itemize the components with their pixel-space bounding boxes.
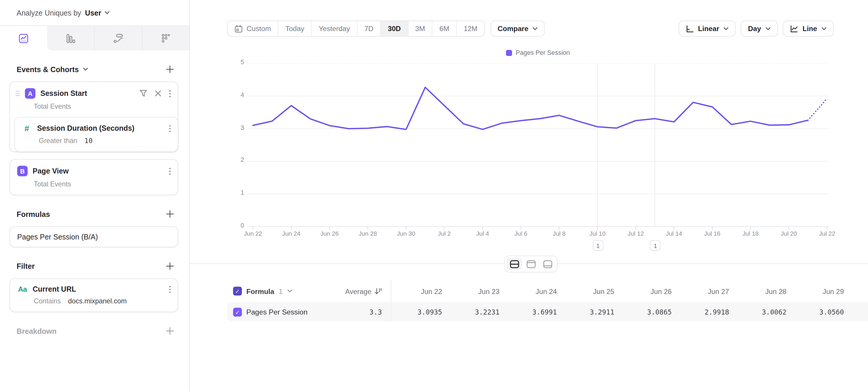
add-formula-button[interactable] [165,209,175,219]
date-column-header: Jun 29 [793,280,850,302]
remove-event-button[interactable] [155,90,161,96]
operator-label[interactable]: Greater than [39,137,77,144]
add-filter-button[interactable] [165,261,175,271]
formula-card[interactable]: Pages Per Session (B/A) [9,226,178,247]
granularity-dropdown[interactable]: Day [741,21,778,37]
x-tick-label: Jul 4 [476,230,489,237]
legend-label: Pages Per Session [516,49,570,56]
x-tick-label: Jun 30 [397,230,415,237]
y-tick-label: 4 [220,91,244,98]
property-options-button[interactable] [169,124,171,132]
event-options-button[interactable] [169,89,171,97]
tab-retention[interactable] [142,26,189,50]
event-row[interactable]: A Session Start [10,82,178,99]
chart-only-toggle[interactable] [523,258,539,270]
chart-type-dropdown[interactable]: Line [782,21,834,37]
event-letter-badge: A [25,88,35,99]
chart-legend: Pages Per Session [247,49,829,56]
table-value-cell[interactable]: 3.0062 [736,302,793,322]
funnel-icon [140,90,147,97]
split-view-toggle[interactable] [506,258,522,270]
event-letter-badge: B [17,166,28,176]
filter-card-current-url: Aa Current URL Contains docs.mixpanel.co… [9,278,178,312]
kebab-menu-icon [169,124,171,132]
x-tick-label: Jul 2 [438,230,451,237]
select-all-checkbox[interactable]: ✓ [233,287,242,296]
table-value-cell[interactable]: 2.9918 [678,302,736,322]
range-7d[interactable]: 7D [357,21,380,36]
drag-handle-icon[interactable] [16,90,20,96]
x-tick-label: Jul 16 [704,230,720,237]
filter-row[interactable]: Aa Current URL [10,279,178,293]
analyze-entity-dropdown[interactable]: User [85,8,110,17]
table-only-icon [543,260,552,268]
line-chart-plot[interactable] [247,63,829,231]
kebab-menu-icon [169,167,171,175]
range-3m[interactable]: 3M [408,21,432,36]
event-name[interactable]: Session Start [40,89,87,97]
range-today[interactable]: Today [278,21,311,36]
add-event-button[interactable] [165,64,175,74]
tab-bar-chart[interactable] [47,26,94,50]
add-breakdown-button[interactable] [165,326,175,336]
event-row[interactable]: B Page View [10,160,178,176]
chevron-down-icon[interactable] [287,289,292,292]
range-custom[interactable]: Custom [227,21,278,36]
analyze-uniques-label: Analyze Uniques by [17,8,81,17]
linear-axis-icon [686,25,693,32]
x-tick-label: Jul 22 [819,230,835,237]
table-value-cell[interactable]: 3.2911 [564,302,621,322]
value-scale-dropdown[interactable]: Linear [679,21,736,37]
event-measure[interactable]: Total Events [34,103,178,110]
annotation-badge[interactable]: 1 [593,240,603,251]
event-options-button[interactable] [169,167,171,175]
row-checkbox[interactable]: ✓ [233,307,242,316]
chevron-down-icon [765,27,770,30]
filter-value[interactable]: docs.mixpanel.com [68,297,127,305]
tab-insights[interactable] [0,26,47,50]
numeric-filter-card: # Session Duration (Seconds) Greater tha… [14,117,178,152]
filter-options-button[interactable] [169,285,171,293]
table-row-label-cell[interactable]: ✓ Pages Per Session 3.3 [227,302,392,322]
table-value-cell[interactable]: 3.0865 [621,302,678,322]
table-value-cell[interactable]: 3.6991 [506,302,564,322]
range-yesterday[interactable]: Yesterday [311,21,357,36]
operator-value[interactable]: 10 [85,137,93,144]
table-value-cell[interactable]: 3.2231 [448,302,506,322]
table-value-cell[interactable]: 3.0560 [793,302,850,322]
range-30d[interactable]: 30D [380,21,408,36]
filter-operator[interactable]: Contains [34,297,61,305]
property-name[interactable]: Session Duration (Seconds) [37,124,135,133]
chart-only-icon [526,260,535,268]
x-tick-label: Jul 14 [666,230,682,237]
tab-flows[interactable] [94,26,142,50]
x-tick-label: Jul 8 [553,230,566,237]
average-column-header[interactable]: Average [345,287,372,295]
flows-icon [114,33,123,43]
date-column-header: Jun 24 [506,280,564,302]
table-value-cell[interactable]: 3.0935 [391,302,448,322]
filter-header: Filter [17,261,178,271]
date-column-header: Jun 25 [564,280,621,302]
event-measure[interactable]: Total Events [34,180,178,188]
breakdown-title: Breakdown [17,327,57,335]
table-only-toggle[interactable] [540,258,555,270]
formulas-title: Formulas [17,210,50,218]
compare-button[interactable]: Compare [491,21,545,37]
query-builder-sidebar: Analyze Uniques by User [0,0,190,391]
filter-title: Filter [17,262,35,270]
breakdown-header: Breakdown [17,326,178,336]
results-table: ✓ Formula 1 Average Jun 22 Jun 23 Jun 24… [227,280,868,322]
series-group-label[interactable]: Formula [246,287,274,295]
event-name[interactable]: Page View [33,167,69,175]
x-tick-label: Jul 20 [781,230,797,237]
string-property-icon: Aa [17,285,28,293]
annotation-badge[interactable]: 1 [650,240,661,251]
range-6m[interactable]: 6M [432,21,456,36]
filter-property-name[interactable]: Current URL [33,285,76,293]
range-12m[interactable]: 12M [456,21,484,36]
sort-descending-icon[interactable] [374,287,382,295]
formulas-header: Formulas [17,209,178,219]
chevron-down-icon[interactable] [83,68,88,71]
filter-event-button[interactable] [140,90,147,97]
